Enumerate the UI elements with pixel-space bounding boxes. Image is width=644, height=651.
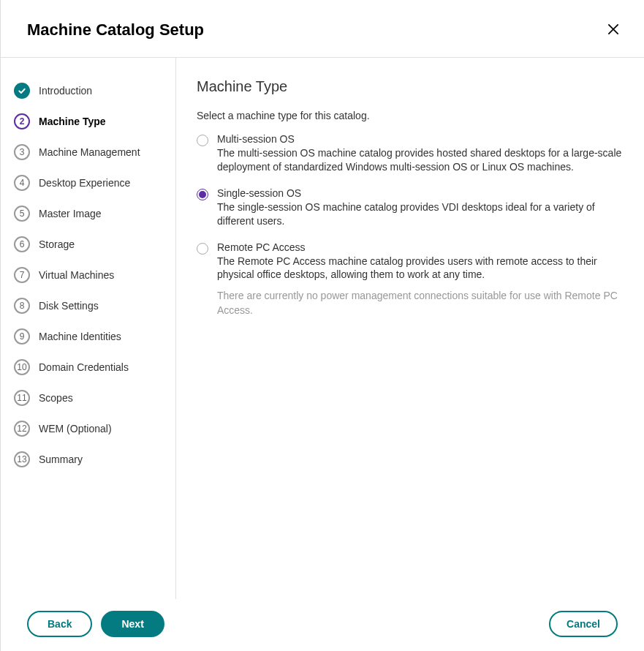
dialog-title: Machine Catalog Setup <box>27 20 204 39</box>
footer-left: Back Next <box>27 611 164 637</box>
check-icon <box>14 83 30 99</box>
step-label: Machine Management <box>39 146 140 158</box>
radio-button[interactable] <box>197 135 208 146</box>
content-subtitle: Select a machine type for this catalog. <box>197 110 622 121</box>
option-description: The Remote PC Access machine catalog pro… <box>217 255 622 282</box>
step-number-icon: 10 <box>14 359 30 375</box>
radio-button[interactable] <box>197 243 208 255</box>
step-label: Scopes <box>39 392 73 404</box>
machine-type-option[interactable]: Remote PC AccessThe Remote PC Access mac… <box>197 241 622 318</box>
wizard-step-2[interactable]: 2Machine Type <box>14 106 175 137</box>
machine-type-option[interactable]: Multi-session OSThe multi-session OS mac… <box>197 133 622 174</box>
dialog-body: Introduction2Machine Type3Machine Manage… <box>1 58 644 599</box>
step-number-icon: 8 <box>14 298 30 314</box>
step-number-icon: 13 <box>14 451 30 467</box>
option-label: Remote PC Access <box>217 241 622 253</box>
option-description: The single-session OS machine catalog pr… <box>217 200 622 228</box>
step-number-icon: 3 <box>14 144 30 160</box>
step-label: Introduction <box>39 85 92 97</box>
cancel-button[interactable]: Cancel <box>549 611 618 637</box>
option-body: Single-session OSThe single-session OS m… <box>217 187 622 228</box>
step-label: WEM (Optional) <box>39 423 112 434</box>
wizard-step-3[interactable]: 3Machine Management <box>14 137 175 168</box>
step-label: Summary <box>39 454 83 465</box>
step-label: Disk Settings <box>39 300 99 312</box>
step-number-icon: 2 <box>14 113 30 129</box>
wizard-content: Machine Type Select a machine type for t… <box>176 58 644 599</box>
option-note: There are currently no power management … <box>217 289 622 317</box>
wizard-step-4[interactable]: 4Desktop Experience <box>14 168 175 198</box>
step-label: Master Image <box>39 208 102 219</box>
step-number-icon: 4 <box>14 175 30 191</box>
next-button[interactable]: Next <box>101 611 164 637</box>
close-icon <box>606 22 621 39</box>
dialog-header: Machine Catalog Setup <box>1 0 644 58</box>
step-number-icon: 11 <box>14 390 30 406</box>
option-label: Multi-session OS <box>217 133 622 145</box>
close-button[interactable] <box>605 21 622 39</box>
step-label: Virtual Machines <box>39 269 114 281</box>
radio-button[interactable] <box>197 189 208 200</box>
dialog-footer: Back Next Cancel <box>1 599 644 651</box>
wizard-sidebar: Introduction2Machine Type3Machine Manage… <box>1 58 176 599</box>
wizard-step-9[interactable]: 9Machine Identities <box>14 321 175 352</box>
step-number-icon: 6 <box>14 236 30 252</box>
option-label: Single-session OS <box>217 187 622 199</box>
step-number-icon: 9 <box>14 328 30 345</box>
wizard-step-6[interactable]: 6Storage <box>14 229 175 260</box>
step-number-icon: 12 <box>14 421 30 437</box>
wizard-step-5[interactable]: 5Master Image <box>14 198 175 229</box>
step-label: Desktop Experience <box>39 177 130 189</box>
step-label: Machine Type <box>39 116 106 127</box>
wizard-step-1[interactable]: Introduction <box>14 75 175 106</box>
option-body: Multi-session OSThe multi-session OS mac… <box>217 133 622 174</box>
content-title: Machine Type <box>197 78 622 95</box>
wizard-step-13[interactable]: 13Summary <box>14 444 175 475</box>
option-body: Remote PC AccessThe Remote PC Access mac… <box>217 241 622 318</box>
wizard-step-8[interactable]: 8Disk Settings <box>14 290 175 321</box>
back-button[interactable]: Back <box>27 611 92 637</box>
wizard-step-11[interactable]: 11Scopes <box>14 383 175 413</box>
wizard-step-12[interactable]: 12WEM (Optional) <box>14 413 175 444</box>
step-number-icon: 5 <box>14 206 30 222</box>
machine-type-option[interactable]: Single-session OSThe single-session OS m… <box>197 187 622 228</box>
wizard-step-10[interactable]: 10Domain Credentials <box>14 352 175 383</box>
option-description: The multi-session OS machine catalog pro… <box>217 146 622 174</box>
step-label: Machine Identities <box>39 331 121 342</box>
wizard-step-7[interactable]: 7Virtual Machines <box>14 260 175 290</box>
step-label: Domain Credentials <box>39 361 129 373</box>
step-number-icon: 7 <box>14 267 30 283</box>
step-label: Storage <box>39 238 75 250</box>
